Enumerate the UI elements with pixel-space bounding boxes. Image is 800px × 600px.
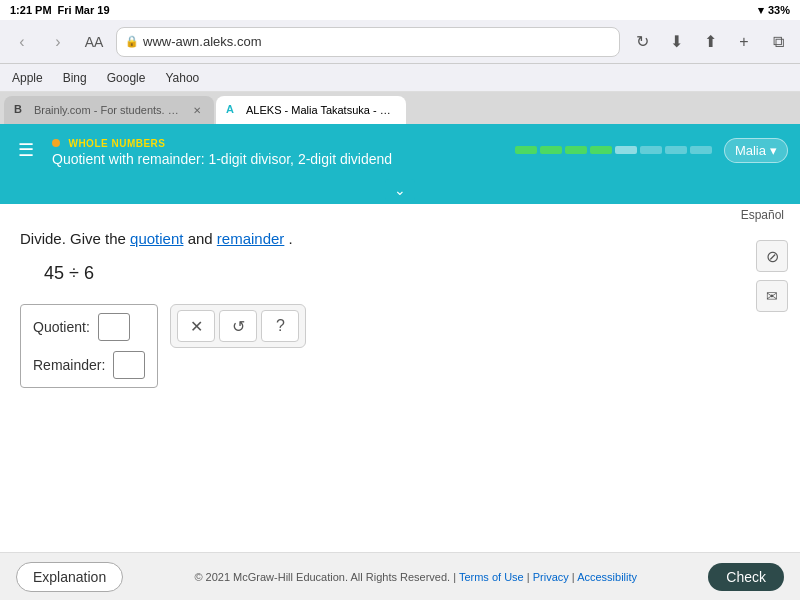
mail-icon: ✉ [766,288,778,304]
quotient-label: Quotient: [33,319,90,335]
url-text: www-awn.aleks.com [143,34,261,49]
remainder-link[interactable]: remainder [217,230,285,247]
espanol-link[interactable]: Español [741,208,784,222]
bookmark-google[interactable]: Google [107,71,146,85]
date: Fri Mar 19 [58,4,110,16]
collapse-bar: ⌄ [0,176,800,204]
tabs-bar: B Brainly.com - For students. By student… [0,92,800,124]
quotient-row: Quotient: [33,313,145,341]
topic-title: Quotient with remainder: 1-digit divisor… [52,151,503,167]
mail-button[interactable]: ✉ [756,280,788,312]
browser-bar: ‹ › AA 🔒 www-awn.aleks.com ↻ ⬇ ⬆ + ⧉ [0,20,800,64]
bookmark-apple[interactable]: Apple [12,71,43,85]
quotient-link[interactable]: quotient [130,230,183,247]
tab-brainly-title: Brainly.com - For students. By students. [34,104,184,116]
bookmark-yahoo[interactable]: Yahoo [165,71,199,85]
progress-seg-2 [540,146,562,154]
remainder-label: Remainder: [33,357,105,373]
user-menu-button[interactable]: Malia ▾ [724,138,788,163]
reader-mode-button[interactable]: AA [80,28,108,56]
progress-seg-4 [590,146,612,154]
bookmark-bing[interactable]: Bing [63,71,87,85]
accessibility-link[interactable]: Accessibility [577,571,637,583]
progress-seg-3 [565,146,587,154]
progress-seg-7 [665,146,687,154]
bookmarks-bar: Apple Bing Google Yahoo [0,64,800,92]
progress-seg-1 [515,146,537,154]
browser-actions: ↻ ⬇ ⬆ + ⧉ [628,28,792,56]
topic-category: WHOLE NUMBERS [68,138,165,149]
tabs-button[interactable]: ⧉ [764,28,792,56]
check-button[interactable]: Check [708,563,784,591]
progress-seg-5 [615,146,637,154]
chevron-icon: ⌄ [394,182,406,198]
remainder-input[interactable] [113,351,145,379]
url-bar[interactable]: 🔒 www-awn.aleks.com [116,27,620,57]
download-button[interactable]: ⬇ [662,28,690,56]
topic-dot [52,139,60,147]
input-panel: Quotient: Remainder: ✕ ↺ ? [20,304,780,388]
side-actions: ⊘ ✉ [756,240,788,312]
user-name: Malia [735,143,766,158]
no-entry-icon: ⊘ [766,247,779,266]
tab-aleks-title: ALEKS - Malia Takatsuka - Learn [246,104,396,116]
problem-area: Divide. Give the quotient and remainder … [0,222,800,408]
period-text: . [289,230,293,247]
bottom-bar: Explanation © 2021 McGraw-Hill Education… [0,552,800,600]
content-area: Español Divide. Give the quotient and re… [0,204,800,544]
espanol-bar: Español [0,204,800,222]
instructions-text: Divide. Give the [20,230,126,247]
hamburger-button[interactable]: ☰ [12,136,40,164]
lock-icon: 🔒 [125,35,139,48]
share-button[interactable]: ⬆ [696,28,724,56]
battery-level: 33% [768,4,790,16]
privacy-link[interactable]: Privacy [533,571,569,583]
wifi-icon: ▾ [758,4,764,17]
header-topic: WHOLE NUMBERS Quotient with remainder: 1… [52,133,503,167]
progress-seg-6 [640,146,662,154]
keypad: ✕ ↺ ? [170,304,306,348]
time: 1:21 PM [10,4,52,16]
progress-bar [515,146,712,154]
reload-button[interactable]: ↻ [628,28,656,56]
status-indicators: ▾ 33% [758,4,790,17]
forward-button[interactable]: › [44,28,72,56]
new-tab-button[interactable]: + [730,28,758,56]
copyright-text: © 2021 McGraw-Hill Education. All Rights… [194,571,450,583]
quotient-input[interactable] [98,313,130,341]
keypad-help-button[interactable]: ? [261,310,299,342]
collapse-button[interactable]: ⌄ [385,179,415,201]
status-time-date: 1:21 PM Fri Mar 19 [10,4,110,16]
brainly-favicon: B [14,103,28,117]
chevron-down-icon: ▾ [770,143,777,158]
status-bar: 1:21 PM Fri Mar 19 ▾ 33% [0,0,800,20]
progress-seg-8 [690,146,712,154]
and-text: and [188,230,217,247]
labels-inputs-box: Quotient: Remainder: [20,304,158,388]
aleks-favicon: A [226,103,240,117]
reader-label: AA [85,34,104,50]
remainder-row: Remainder: [33,351,145,379]
keypad-undo-button[interactable]: ↺ [219,310,257,342]
aleks-header: ☰ WHOLE NUMBERS Quotient with remainder:… [0,124,800,176]
terms-link[interactable]: Terms of Use [459,571,524,583]
topic-category-line: WHOLE NUMBERS [52,133,503,151]
footer-copyright: © 2021 McGraw-Hill Education. All Rights… [123,571,708,583]
tab-brainly[interactable]: B Brainly.com - For students. By student… [4,96,214,124]
back-button[interactable]: ‹ [8,28,36,56]
no-entry-button[interactable]: ⊘ [756,240,788,272]
problem-expression: 45 ÷ 6 [44,263,780,284]
problem-instructions: Divide. Give the quotient and remainder … [20,230,780,247]
keypad-clear-button[interactable]: ✕ [177,310,215,342]
tab-aleks[interactable]: A ALEKS - Malia Takatsuka - Learn [216,96,406,124]
tab-brainly-close[interactable]: ✕ [190,103,204,117]
explanation-button[interactable]: Explanation [16,562,123,592]
